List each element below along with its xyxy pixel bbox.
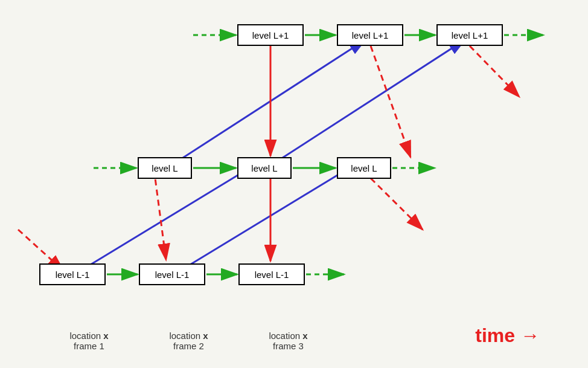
svg-line-19: [154, 169, 166, 260]
legend-item-3: location x frame 3: [238, 331, 338, 351]
svg-line-24: [371, 178, 423, 230]
node-level-l1-1: level L-1: [39, 263, 106, 285]
node-level-l1-2: level L-1: [139, 263, 205, 285]
node-level-l-3: level L: [337, 157, 391, 179]
node-level-l-1: level L: [138, 157, 192, 179]
legend-item-1: location x frame 1: [39, 331, 139, 351]
svg-line-16: [171, 40, 365, 166]
svg-line-17: [270, 40, 465, 166]
legend: location x frame 1 location x frame 2 lo…: [39, 331, 338, 351]
node-level-lp1-1: level L+1: [237, 24, 304, 46]
arrows-svg: [0, 0, 588, 368]
node-level-l-2: level L: [237, 157, 292, 179]
svg-line-22: [371, 46, 411, 157]
node-level-lp1-3: level L+1: [436, 24, 503, 46]
diagram: level L-1 level L-1 level L-1 level L le…: [0, 0, 588, 368]
svg-line-23: [470, 46, 519, 97]
legend-item-2: location x frame 2: [139, 331, 238, 351]
node-level-lp1-2: level L+1: [337, 24, 403, 46]
node-level-l1-3: level L-1: [238, 263, 305, 285]
time-label: time →: [475, 324, 540, 347]
